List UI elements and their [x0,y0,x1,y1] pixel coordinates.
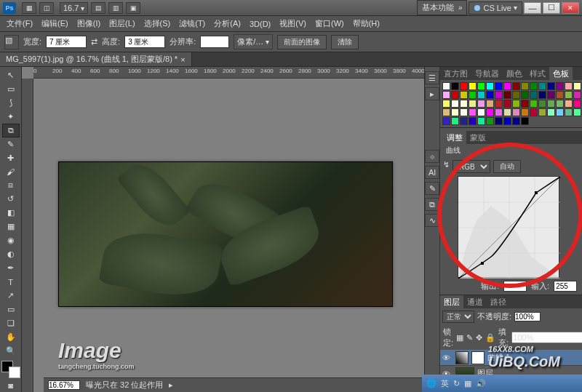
eyedropper-icon[interactable]: ✎ [2,137,20,151]
swatch[interactable] [573,82,581,90]
swatch[interactable] [503,91,511,99]
history-brush-icon[interactable]: ↺ [2,192,20,206]
swatch[interactable] [477,100,485,108]
swatch[interactable] [547,108,555,116]
crop-tool-preset[interactable]: ▧ [4,35,19,49]
swatch[interactable] [486,108,494,116]
menu-select[interactable]: 选择(S) [140,17,175,31]
pen-tool-icon[interactable]: ✒ [2,261,20,275]
swatch[interactable] [442,108,450,116]
gradient-tool-icon[interactable]: ▦ [2,220,20,233]
swap-icon[interactable]: ⇄ [91,37,97,47]
tab-paths[interactable]: 路径 [487,295,510,308]
strip-clone-icon[interactable]: ⧉ [425,198,439,211]
lasso-tool-icon[interactable]: ⟆ [2,96,20,110]
menu-file[interactable]: 文件(F) [3,17,36,31]
blur-tool-icon[interactable]: ◉ [2,233,20,247]
menu-window[interactable]: 窗口(W) [311,17,348,31]
swatch[interactable] [460,108,468,116]
swatch[interactable] [512,108,520,116]
swatch[interactable] [573,108,581,116]
swatch[interactable] [565,91,573,99]
res-input[interactable] [200,36,229,48]
curves-input-input[interactable] [554,281,577,292]
swatch[interactable] [495,108,503,116]
close-button[interactable]: ✕ [562,2,579,14]
swatch[interactable] [486,100,494,108]
strip-nav-icon[interactable]: ∿ [425,214,439,227]
menu-layer[interactable]: 图层(L) [105,17,138,31]
swatch[interactable] [521,100,529,108]
swatch[interactable] [477,91,485,99]
status-arrow-icon[interactable]: ▸ [169,380,173,390]
swatch[interactable] [503,82,511,90]
3d-tool-icon[interactable]: ❏ [2,316,20,330]
tab-close-icon[interactable]: × [180,55,185,64]
res-unit-select[interactable]: 像素/… ▾ [234,34,273,49]
swatch[interactable] [565,82,573,90]
swatch[interactable] [547,100,555,108]
maximize-button[interactable]: ☐ [543,2,560,14]
wand-tool-icon[interactable]: ✦ [2,110,20,124]
swatch[interactable] [451,117,459,125]
curves-auto-button[interactable]: 自动 [493,160,521,173]
screen-mode-icon[interactable]: ▣ [126,2,140,14]
swatch[interactable] [477,82,485,90]
swatch[interactable] [442,82,450,90]
tab-adjustments[interactable]: 调整 [443,131,466,144]
swatch[interactable] [556,82,564,90]
swatch[interactable] [442,117,450,125]
swatch[interactable] [477,117,485,125]
swatch[interactable] [512,100,520,108]
tab-color[interactable]: 颜色 [503,67,526,80]
opacity-input[interactable] [514,312,541,321]
swatch[interactable] [469,117,477,125]
workspace-switcher[interactable]: 基本功能 » [417,0,467,15]
swatch[interactable] [460,82,468,90]
swatch[interactable] [469,100,477,108]
strip-history-icon[interactable]: ☰ [425,71,439,84]
swatch[interactable] [547,91,555,99]
swatch[interactable] [451,108,459,116]
tab-channels[interactable]: 通道 [463,295,487,308]
height-input[interactable] [124,36,165,48]
menu-edit[interactable]: 编辑(E) [38,17,72,31]
strip-para-icon[interactable]: Al [425,166,439,179]
swatch[interactable] [530,91,538,99]
swatch[interactable] [512,117,520,125]
swatch[interactable] [565,100,573,108]
quickmask-icon[interactable]: ◙ [2,378,20,392]
zoom-tool-icon[interactable]: 🔍 [2,344,20,358]
curves-graph[interactable] [458,176,559,278]
tab-histogram[interactable]: 直方图 [440,67,471,80]
canvas-image[interactable] [58,161,393,307]
swatch[interactable] [573,91,581,99]
width-input[interactable] [46,36,87,48]
swatch[interactable] [495,82,503,90]
tab-swatches[interactable]: 色板 [549,67,573,80]
swatch[interactable] [460,91,468,99]
curves-channel-select[interactable]: RGB [453,160,490,173]
swatch[interactable] [530,82,538,90]
tab-navigator[interactable]: 导航器 [471,67,503,80]
lock-pos-icon[interactable]: ✥ [476,333,482,343]
swatch[interactable] [512,91,520,99]
swatch[interactable] [460,100,468,108]
swatch[interactable] [530,108,538,116]
tab-layers[interactable]: 图层 [440,295,463,308]
swatch[interactable] [451,82,459,90]
lock-trans-icon[interactable]: ▦ [456,333,463,343]
swatch[interactable] [521,108,529,116]
swatch[interactable] [460,117,468,125]
swatch[interactable] [495,91,503,99]
menu-analysis[interactable]: 分析(A) [210,17,244,31]
document-tab[interactable]: MG_5997(1).jpg @ 16.7% (曲线 1, 图层蒙版/8) * … [0,52,192,66]
lock-all-icon[interactable]: 🔒 [485,333,495,343]
clear-button[interactable]: 清除 [331,35,359,49]
swatch[interactable] [486,91,494,99]
swatch[interactable] [469,82,477,90]
eraser-tool-icon[interactable]: ◧ [2,206,20,220]
cslive-button[interactable]: CS Live ▾ [469,1,522,15]
swatch[interactable] [573,100,581,108]
status-zoom-input[interactable] [48,380,80,390]
